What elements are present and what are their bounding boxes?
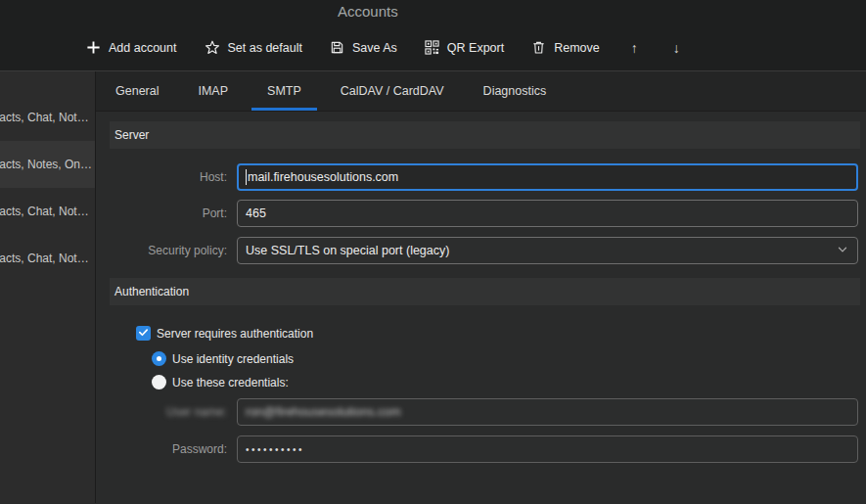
account-list-item-label: tacts, Chat, Not…	[0, 111, 89, 124]
qr-code-icon	[425, 40, 439, 55]
port-label: Port:	[96, 206, 227, 220]
host-label: Host:	[96, 170, 227, 184]
security-policy-row: Security policy: Use SSL/TLS on special …	[96, 237, 866, 264]
tab-smtp[interactable]: SMTP	[267, 71, 301, 111]
username-row: User name: ron@firehousesolutions.com	[96, 398, 866, 426]
main-area: tacts, Chat, Not… tacts, Notes, On… tact…	[0, 71, 866, 503]
toolbar: Add account Set as default Save As QR Ex…	[0, 24, 866, 71]
chevron-down-icon	[836, 243, 849, 259]
account-list-sidebar: tacts, Chat, Not… tacts, Notes, On… tact…	[0, 71, 96, 503]
account-list-item-label: tacts, Chat, Not…	[0, 205, 89, 218]
authentication-section-header: Authentication	[110, 278, 860, 305]
security-policy-value: Use SSL/TLS on special port (legacy)	[246, 244, 449, 257]
these-credentials-radio[interactable]	[152, 375, 166, 389]
trash-icon	[531, 40, 546, 55]
requires-auth-checkbox[interactable]	[136, 326, 151, 341]
host-row: Host: mail.firehousesolutions.com	[96, 163, 866, 191]
password-label: Password:	[96, 442, 227, 456]
password-value: ••••••••••	[246, 444, 304, 455]
tab-caldav-carddav[interactable]: CalDAV / CardDAV	[341, 71, 444, 111]
port-value: 465	[246, 206, 266, 220]
page-title: Accounts	[338, 3, 398, 20]
password-row: Password: ••••••••••	[96, 435, 866, 463]
save-as-button[interactable]: Save As	[330, 40, 397, 55]
port-row: Port: 465	[96, 200, 866, 227]
identity-credentials-row: Use identity credentials	[152, 351, 866, 366]
plus-icon	[86, 40, 101, 55]
checkmark-icon	[138, 327, 149, 341]
server-section-title: Server	[114, 128, 149, 142]
tab-bar: General IMAP SMTP CalDAV / CardDAV Diagn…	[96, 71, 866, 112]
set-default-button[interactable]: Set as default	[205, 40, 302, 56]
qr-export-label: QR Export	[447, 41, 504, 55]
security-policy-label: Security policy:	[96, 244, 227, 257]
tab-imap[interactable]: IMAP	[198, 71, 228, 111]
title-bar: Accounts	[0, 0, 866, 24]
move-up-button[interactable]: ↑	[627, 40, 642, 56]
host-input[interactable]: mail.firehousesolutions.com	[237, 163, 858, 191]
server-section-header: Server	[110, 121, 860, 149]
these-credentials-row: Use these credentials:	[152, 375, 866, 389]
password-input[interactable]: ••••••••••	[237, 435, 858, 463]
host-value: mail.firehousesolutions.com	[248, 170, 398, 184]
account-list-item-label: tacts, Notes, On…	[0, 158, 92, 171]
port-input[interactable]: 465	[237, 200, 858, 227]
active-tab-underline	[251, 108, 317, 111]
these-credentials-label: Use these credentials:	[172, 376, 289, 389]
remove-button[interactable]: Remove	[531, 40, 600, 55]
save-icon	[330, 40, 344, 55]
identity-credentials-radio[interactable]	[152, 351, 166, 366]
account-list-item[interactable]: tacts, Chat, Not…	[0, 188, 95, 235]
save-as-label: Save As	[352, 41, 397, 55]
add-account-label: Add account	[109, 41, 177, 55]
text-caret	[246, 169, 247, 185]
tab-general[interactable]: General	[115, 71, 159, 111]
star-icon	[205, 40, 220, 56]
tab-diagnostics[interactable]: Diagnostics	[483, 71, 547, 111]
account-list-item[interactable]: tacts, Chat, Not…	[0, 235, 95, 282]
authentication-section-title: Authentication	[114, 285, 189, 298]
qr-export-button[interactable]: QR Export	[425, 40, 504, 55]
identity-credentials-label: Use identity credentials	[172, 352, 294, 366]
arrow-up-icon: ↑	[631, 40, 638, 56]
smtp-settings-panel: Server Host: mail.firehousesolutions.com…	[96, 112, 866, 503]
add-account-button[interactable]: Add account	[86, 40, 177, 55]
arrow-down-icon: ↓	[673, 40, 680, 56]
username-value: ron@firehousesolutions.com	[246, 405, 401, 419]
account-detail-pane: General IMAP SMTP CalDAV / CardDAV Diagn…	[96, 71, 866, 503]
set-default-label: Set as default	[228, 41, 302, 55]
requires-auth-row: Server requires authentication	[136, 326, 866, 341]
account-list-item-label: tacts, Chat, Not…	[0, 252, 89, 265]
account-list-item[interactable]: tacts, Chat, Not…	[0, 94, 95, 141]
move-down-button[interactable]: ↓	[669, 40, 684, 56]
account-list-item-selected[interactable]: tacts, Notes, On…	[0, 141, 95, 188]
remove-label: Remove	[554, 41, 600, 55]
username-label: User name:	[96, 405, 227, 419]
security-policy-select[interactable]: Use SSL/TLS on special port (legacy)	[237, 237, 858, 264]
requires-auth-label: Server requires authentication	[157, 327, 313, 341]
username-input[interactable]: ron@firehousesolutions.com	[237, 398, 858, 426]
